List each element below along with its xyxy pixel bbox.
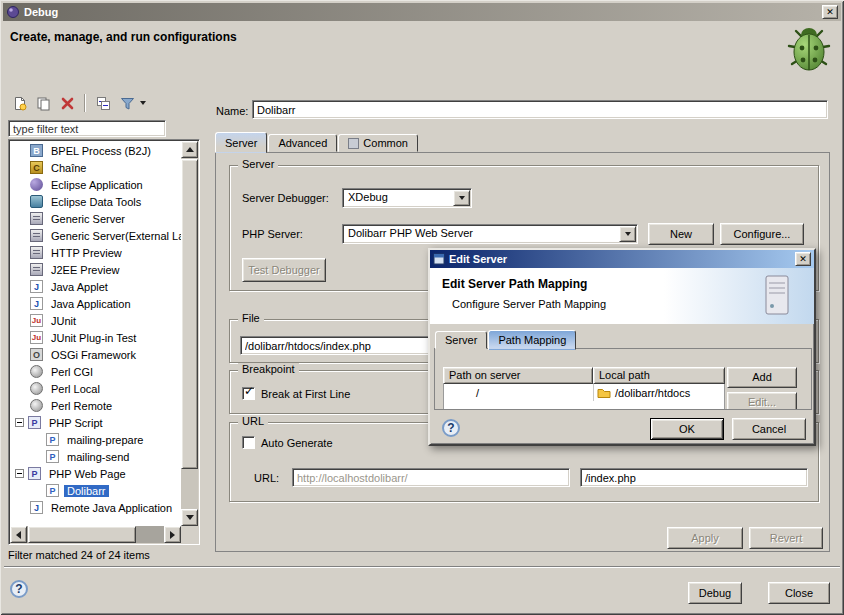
tree-item-chaine[interactable]: Chaîne bbox=[10, 159, 181, 176]
eclipse-application-icon bbox=[30, 178, 43, 191]
tab-server[interactable]: Server bbox=[215, 132, 267, 153]
ok-button[interactable]: OK bbox=[650, 418, 724, 440]
name-input[interactable] bbox=[252, 100, 828, 119]
edit-button[interactable]: Edit... bbox=[727, 392, 797, 410]
tree-item-java-applet[interactable]: Java Applet bbox=[10, 278, 181, 295]
filter-status: Filter matched 24 of 24 items bbox=[8, 549, 150, 561]
tree-item-php-web-page[interactable]: PHP Web Page bbox=[10, 465, 181, 482]
tree-horizontal-scrollbar[interactable] bbox=[10, 526, 181, 543]
auto-generate-checkbox[interactable] bbox=[242, 436, 255, 449]
tree-vertical-scrollbar[interactable] bbox=[181, 141, 198, 526]
php-server-label: PHP Server: bbox=[242, 228, 303, 240]
config-tabs: Server Advanced Common bbox=[215, 131, 419, 152]
tree-item-http-preview[interactable]: HTTP Preview bbox=[10, 244, 181, 261]
server-icon bbox=[30, 246, 43, 259]
collapse-all-icon[interactable] bbox=[92, 92, 114, 114]
chevron-down-icon[interactable] bbox=[619, 226, 636, 242]
header-message: Create, manage, and run configurations bbox=[10, 30, 237, 44]
tree-item-perl-local[interactable]: Perl Local bbox=[10, 380, 181, 397]
server-group-legend: Server bbox=[238, 158, 278, 170]
dialog-tab-server[interactable]: Server bbox=[435, 331, 487, 349]
dialog-help-icon[interactable] bbox=[442, 419, 460, 437]
filter-icon[interactable] bbox=[116, 92, 138, 114]
scroll-down-icon[interactable] bbox=[181, 509, 198, 526]
break-at-first-line-checkbox[interactable] bbox=[242, 387, 255, 400]
table-body: / /dolibarr/htdocs bbox=[443, 384, 725, 410]
scroll-right-icon[interactable] bbox=[164, 526, 181, 543]
tree-item-mailing-prepare[interactable]: mailing-prepare bbox=[10, 431, 181, 448]
new-server-button[interactable]: New bbox=[648, 223, 714, 245]
tree-item-j2ee-preview[interactable]: J2EE Preview bbox=[10, 261, 181, 278]
vertical-scroll-thumb[interactable] bbox=[181, 159, 198, 469]
tree-item-eclipse-application[interactable]: Eclipse Application bbox=[10, 176, 181, 193]
revert-button[interactable]: Revert bbox=[749, 527, 823, 549]
tree-item-osgi-framework[interactable]: OSGi Framework bbox=[10, 346, 181, 363]
close-button[interactable]: Close bbox=[768, 582, 830, 604]
duplicate-icon[interactable] bbox=[32, 92, 54, 114]
dialog-tabs: Server Path Mapping bbox=[435, 328, 577, 349]
new-configuration-icon[interactable] bbox=[8, 92, 30, 114]
configure-server-button[interactable]: Configure... bbox=[720, 223, 804, 245]
break-at-first-line-label: Break at First Line bbox=[261, 388, 350, 400]
help-icon[interactable] bbox=[10, 580, 28, 598]
dialog-heading: Edit Server Path Mapping bbox=[442, 277, 587, 291]
scroll-left-icon[interactable] bbox=[10, 526, 27, 543]
tree-item-bpel-process[interactable]: BPEL Process (B2J) bbox=[10, 142, 181, 159]
tree-item-php-script[interactable]: PHP Script bbox=[10, 414, 181, 431]
column-header-path-on-server[interactable]: Path on server bbox=[443, 367, 593, 384]
server-icon bbox=[30, 229, 43, 242]
filter-input[interactable] bbox=[8, 120, 166, 137]
bpel-icon bbox=[30, 144, 43, 157]
dialog-title-bar: Edit Server bbox=[430, 250, 814, 268]
scrollbar-corner bbox=[181, 526, 198, 543]
config-tree: BPEL Process (B2J) Chaîne Eclipse Applic… bbox=[8, 139, 200, 545]
title-bar: Debug bbox=[3, 3, 841, 21]
java-icon bbox=[30, 280, 43, 293]
junit-icon bbox=[30, 331, 43, 344]
tree-item-remote-java-application[interactable]: Remote Java Application bbox=[10, 499, 181, 516]
apply-button[interactable]: Apply bbox=[667, 527, 743, 549]
php-file-icon bbox=[46, 484, 59, 497]
collapse-expander-icon[interactable] bbox=[15, 418, 24, 427]
tree-item-junit[interactable]: JUnit bbox=[10, 312, 181, 329]
tree-item-perl-cgi[interactable]: Perl CGI bbox=[10, 363, 181, 380]
scroll-up-icon[interactable] bbox=[181, 141, 198, 158]
php-icon bbox=[28, 416, 41, 429]
php-server-select[interactable]: Dolibarr PHP Web Server bbox=[342, 224, 638, 244]
tree-item-generic-server[interactable]: Generic Server bbox=[10, 210, 181, 227]
delete-icon[interactable] bbox=[56, 92, 78, 114]
tree-item-generic-server-external[interactable]: Generic Server(External La bbox=[10, 227, 181, 244]
tree-item-mailing-send[interactable]: mailing-send bbox=[10, 448, 181, 465]
tree-rows: BPEL Process (B2J) Chaîne Eclipse Applic… bbox=[10, 142, 181, 526]
debug-window: Debug Create, manage, and run configurat… bbox=[0, 0, 844, 615]
tree-item-dolibarr[interactable]: Dolibarr bbox=[10, 482, 181, 499]
perl-icon bbox=[30, 399, 43, 412]
server-debugger-select[interactable]: XDebug bbox=[342, 188, 472, 208]
column-header-local-path[interactable]: Local path bbox=[593, 367, 725, 384]
filter-menu-arrow-icon[interactable] bbox=[140, 98, 146, 108]
dialog-tab-path-mapping[interactable]: Path Mapping bbox=[488, 330, 576, 350]
table-row[interactable]: / /dolibarr/htdocs bbox=[444, 384, 724, 401]
tree-item-eclipse-data-tools[interactable]: Eclipse Data Tools bbox=[10, 193, 181, 210]
collapse-expander-icon[interactable] bbox=[15, 469, 24, 478]
url-group-legend: URL bbox=[238, 415, 268, 427]
tree-item-junit-plugin-test[interactable]: JUnit Plug-in Test bbox=[10, 329, 181, 346]
tab-advanced[interactable]: Advanced bbox=[268, 134, 337, 152]
folder-icon bbox=[597, 387, 611, 398]
window-icon bbox=[6, 5, 20, 19]
perl-icon bbox=[30, 382, 43, 395]
tree-item-perl-remote[interactable]: Perl Remote bbox=[10, 397, 181, 414]
tab-common[interactable]: Common bbox=[338, 134, 418, 152]
debug-button[interactable]: Debug bbox=[688, 582, 742, 604]
url-path-input[interactable] bbox=[580, 468, 808, 487]
close-icon[interactable] bbox=[822, 5, 838, 19]
cancel-button[interactable]: Cancel bbox=[732, 418, 806, 440]
chevron-down-icon[interactable] bbox=[453, 190, 470, 206]
test-debugger-button[interactable]: Test Debugger bbox=[242, 258, 326, 282]
add-button[interactable]: Add bbox=[727, 367, 797, 388]
server-debugger-label: Server Debugger: bbox=[242, 192, 329, 204]
dialog-close-icon[interactable] bbox=[795, 252, 811, 266]
horizontal-scroll-thumb[interactable] bbox=[28, 526, 136, 543]
perl-icon bbox=[30, 365, 43, 378]
tree-item-java-application[interactable]: Java Application bbox=[10, 295, 181, 312]
